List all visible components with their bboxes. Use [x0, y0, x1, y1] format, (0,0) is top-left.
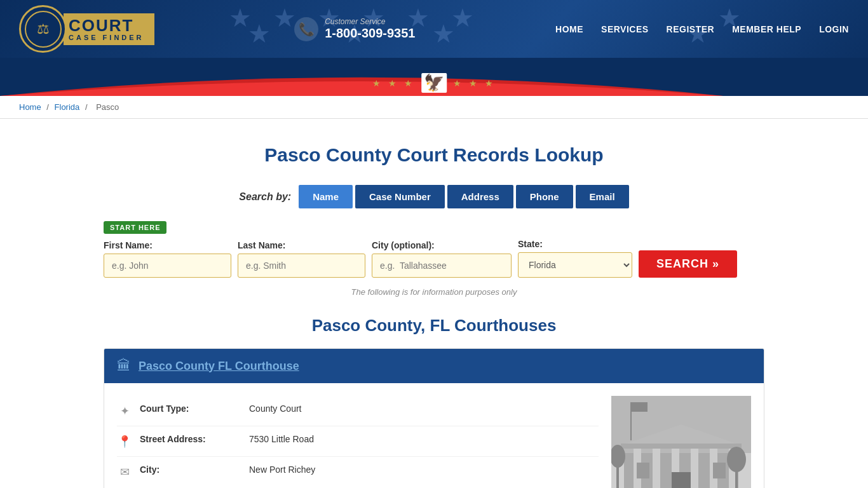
- tab-address[interactable]: Address: [447, 185, 513, 208]
- first-name-input[interactable]: [104, 254, 231, 278]
- tab-case-number[interactable]: Case Number: [355, 185, 445, 208]
- nav-member-help[interactable]: MEMBER HELP: [732, 24, 801, 34]
- city-label: City (optional):: [372, 240, 512, 250]
- city-group: City (optional):: [372, 240, 512, 278]
- breadcrumb-sep-2: /: [85, 102, 90, 112]
- courthouse-name-link[interactable]: Pasco County FL Courthouse: [139, 360, 299, 373]
- nav-services[interactable]: SERVICES: [601, 24, 649, 34]
- city-input[interactable]: [372, 254, 512, 278]
- search-tabs: Name Case Number Address Phone Email: [299, 185, 628, 208]
- cs-text: Customer Service 1-800-309-9351: [325, 17, 415, 41]
- breadcrumb: Home / Florida / Pasco: [0, 96, 868, 119]
- court-type-value: County Court: [249, 403, 301, 414]
- start-here-badge: START HERE: [104, 221, 166, 234]
- page-title: Pasco County Court Records Lookup: [104, 144, 764, 166]
- city-row-label: City:: [140, 464, 241, 475]
- svg-rect-3: [632, 402, 648, 412]
- court-type-icon: ✦: [117, 404, 132, 418]
- info-note: The following is for information purpose…: [104, 287, 764, 297]
- search-form: First Name: Last Name: City (optional): …: [104, 239, 764, 278]
- last-name-label: Last Name:: [238, 240, 365, 250]
- search-by-row: Search by: Name Case Number Address Phon…: [104, 185, 764, 208]
- cs-label: Customer Service: [325, 17, 415, 26]
- svg-rect-12: [621, 444, 742, 449]
- svg-rect-6: [653, 444, 660, 488]
- state-label: State:: [518, 239, 632, 249]
- address-value: 7530 Little Road: [249, 434, 314, 444]
- last-name-group: Last Name:: [238, 240, 365, 278]
- tab-email[interactable]: Email: [576, 185, 629, 208]
- search-by-label: Search by:: [239, 191, 291, 203]
- state-group: State: Florida Alabama Alaska Arizona Ar…: [518, 239, 632, 278]
- nav-login[interactable]: LOGIN: [819, 24, 849, 34]
- svg-point-19: [727, 447, 746, 472]
- site-header: ★ ★ ★ ★ ★ ★ ★ ★ ★ ★ ★ ⚖ COURT CASE FINDE…: [0, 0, 868, 96]
- courthouse-building-icon: 🏛: [117, 358, 131, 374]
- state-select[interactable]: Florida Alabama Alaska Arizona Arkansas …: [518, 252, 632, 278]
- courthouse-body: ✦ Court Type: County Court 📍 Street Addr…: [104, 383, 764, 488]
- eagle-icon: 🦅: [421, 73, 447, 93]
- court-type-label: Court Type:: [140, 403, 241, 414]
- cs-phone: 1-800-309-9351: [325, 26, 415, 41]
- city-row: ✉ City: New Port Richey: [117, 457, 599, 487]
- scales-icon: ⚖: [37, 21, 50, 37]
- tab-phone[interactable]: Phone: [516, 185, 573, 208]
- search-button[interactable]: SEARCH »: [639, 250, 737, 278]
- svg-rect-2: [630, 402, 632, 440]
- nav-register[interactable]: REGISTER: [667, 24, 715, 34]
- city-row-value: New Port Richey: [249, 464, 315, 475]
- breadcrumb-home[interactable]: Home: [19, 102, 41, 112]
- logo-area: ⚖ COURT CASE FINDER: [19, 5, 154, 53]
- address-row: 📍 Street Address: 7530 Little Road: [117, 426, 599, 457]
- courthouse-image: [611, 396, 751, 488]
- eagle-stars-right: ★ ★ ★: [453, 78, 496, 88]
- logo-court-text: COURT: [69, 17, 144, 34]
- header-wave: ★ ★ ★ 🦅 ★ ★ ★: [0, 58, 868, 96]
- courthouse-illustration: [611, 396, 751, 488]
- svg-rect-20: [616, 466, 619, 488]
- svg-rect-16: [637, 463, 649, 478]
- logo-circle: ⚖: [19, 5, 67, 53]
- last-name-input[interactable]: [238, 254, 365, 278]
- city-icon: ✉: [117, 465, 132, 479]
- court-type-row: ✦ Court Type: County Court: [117, 396, 599, 426]
- courthouse-info: ✦ Court Type: County Court 📍 Street Addr…: [117, 396, 599, 488]
- red-arc-svg: [0, 64, 723, 96]
- customer-service: 📞 Customer Service 1-800-309-9351: [294, 17, 415, 41]
- logo-case-finder-text: CASE FINDER: [69, 34, 144, 41]
- breadcrumb-sep-1: /: [46, 102, 51, 112]
- header-top: ⚖ COURT CASE FINDER 📞 Customer Service 1…: [0, 0, 868, 58]
- courthouse-header: 🏛 Pasco County FL Courthouse: [104, 349, 764, 383]
- main-content: Pasco County Court Records Lookup Search…: [85, 119, 783, 488]
- first-name-group: First Name:: [104, 240, 231, 278]
- breadcrumb-pasco: Pasco: [96, 102, 119, 112]
- tab-name[interactable]: Name: [299, 185, 353, 208]
- eagle-stars-left: ★ ★ ★: [372, 78, 415, 88]
- eagle-center: ★ ★ ★ 🦅 ★ ★ ★: [372, 73, 496, 93]
- breadcrumb-florida[interactable]: Florida: [55, 102, 80, 112]
- nav-home[interactable]: HOME: [555, 24, 583, 34]
- address-icon: 📍: [117, 435, 132, 449]
- logo-circle-inner: ⚖: [25, 11, 62, 48]
- svg-rect-15: [672, 472, 691, 488]
- logo-text-block: COURT CASE FINDER: [64, 13, 154, 45]
- courthouses-title: Pasco County, FL Courthouses: [104, 316, 764, 336]
- svg-rect-17: [713, 463, 726, 478]
- svg-rect-8: [691, 444, 698, 488]
- courthouse-card: 🏛 Pasco County FL Courthouse ✦ Court Typ…: [104, 348, 764, 488]
- first-name-label: First Name:: [104, 240, 231, 250]
- main-nav: HOME SERVICES REGISTER MEMBER HELP LOGIN: [555, 24, 849, 34]
- phone-icon: 📞: [294, 17, 318, 41]
- address-label: Street Address:: [140, 434, 241, 444]
